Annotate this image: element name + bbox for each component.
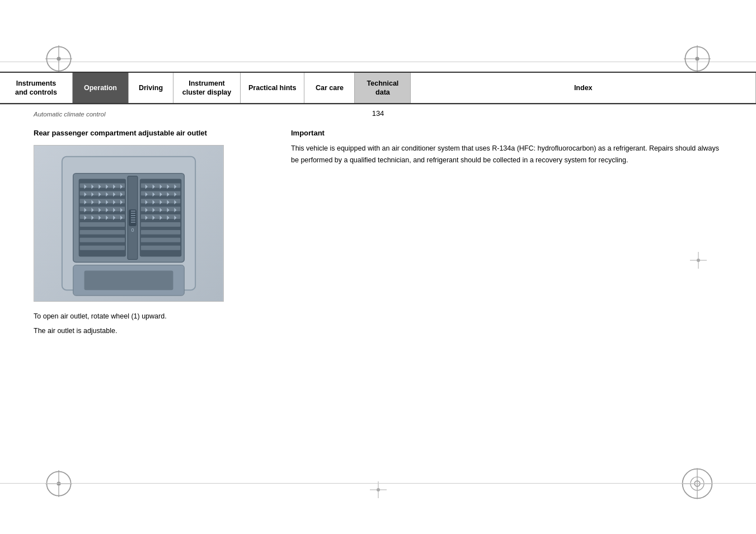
svg-rect-34 [80,214,125,219]
breadcrumb: Automatic climate control [34,111,105,118]
svg-rect-38 [80,246,125,250]
svg-point-25 [377,488,380,491]
corner-mark-top-right [680,42,714,76]
svg-point-3 [57,57,60,60]
svg-rect-85 [141,230,180,235]
svg-point-7 [695,57,699,60]
nav-item-car-care[interactable]: Car care [304,73,355,103]
description-1: To open air outlet, rotate wheel (1) upw… [34,311,269,322]
page-number: 134 [372,109,384,118]
description-2: The air outlet is adjustable. [34,325,269,336]
svg-rect-36 [80,230,125,235]
nav-item-technical-data[interactable]: Technical data [355,73,411,103]
important-title: Important [291,129,722,137]
svg-rect-35 [80,222,125,227]
top-line [0,62,756,62]
svg-rect-84 [141,222,180,227]
nav-item-driving[interactable]: Driving [129,73,173,103]
svg-rect-30 [80,184,125,188]
svg-rect-87 [141,246,180,250]
bottom-center-crosshair [370,481,387,500]
svg-rect-114 [84,270,173,290]
navigation-bar: Instruments and controls Operation Drivi… [0,72,756,104]
nav-item-instruments-and-controls[interactable]: Instruments and controls [0,73,73,103]
svg-rect-33 [80,207,125,211]
nav-item-practical-hints[interactable]: Practical hints [241,73,304,103]
air-outlet-image: 0 [34,145,224,302]
svg-rect-37 [80,238,125,242]
left-column: Rear passenger compartment adjustable ai… [34,129,269,478]
important-body: This vehicle is equipped with an air con… [291,143,722,166]
nav-item-instrument-cluster-display[interactable]: Instrument cluster display [173,73,241,103]
svg-text:0: 0 [131,227,134,233]
nav-item-operation[interactable]: Operation [73,73,129,103]
bottom-line [0,483,756,484]
svg-rect-31 [80,191,125,195]
svg-point-11 [57,481,60,485]
svg-rect-86 [141,238,180,242]
svg-rect-32 [80,199,125,203]
content-area: Rear passenger compartment adjustable ai… [34,129,722,478]
right-column: Important This vehicle is equipped with … [291,129,722,478]
nav-bottom-line [0,104,756,105]
left-section-title: Rear passenger compartment adjustable ai… [34,129,269,137]
corner-mark-top-left [42,42,76,76]
nav-item-index[interactable]: Index [411,73,756,103]
